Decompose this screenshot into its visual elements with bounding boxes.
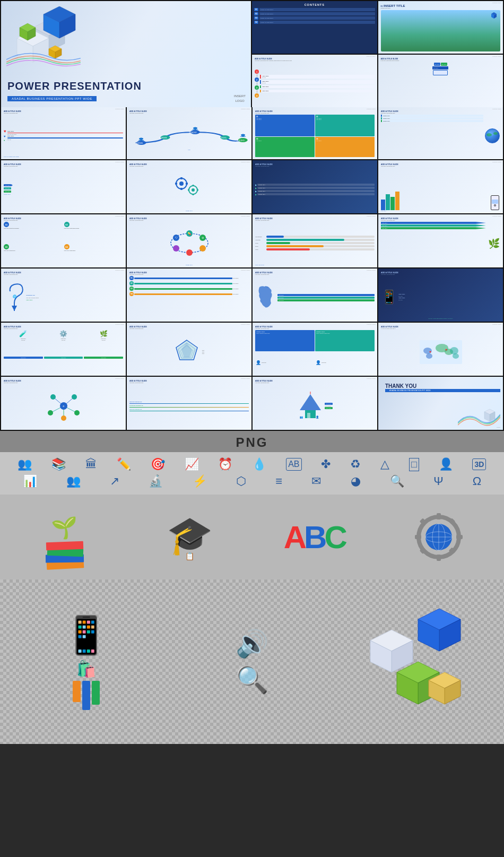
slide-percentage-bars[interactable]: ADD A TITLE SLIDE More than 1,000 pictur… [253,214,377,267]
row-7: ADD A TITLE SLIDE More than 1,000 pictur… [0,376,504,431]
slide-thank-you[interactable]: THANK YOU ASADAL BUSINESS PRESENTATION P… [378,377,503,430]
icon-row-1: 👥 📚 🏛 ✏️ 🎯 📈 ⏰ 💧 AB ✤ ♻ △ □ 👤 3D [8,457,496,471]
svg-text:👤: 👤 [137,137,145,141]
psi-icon: Ψ [433,474,443,488]
svg-rect-91 [437,513,441,520]
svg-rect-94 [456,535,463,539]
svg-text:👤: 👤 [316,415,319,419]
pencil-icon: ✏️ [117,457,131,471]
svg-point-48 [186,249,193,256]
abc-colorful-item: ABC [253,499,376,575]
slide-numbered-list[interactable]: ADD A TITLE SLIDE More than 1,000 pictur… [127,269,251,322]
triangle-icon: △ [380,457,389,471]
tablet-shopping-item: 📱 🛍️ [4,584,168,740]
drop-icon: 💧 [252,457,266,471]
chart-up-icon: 📈 [185,457,199,471]
slide-arrows-steps[interactable]: ADD A TITLE SLIDE More than 1,000 pictur… [253,107,377,159]
svg-point-38 [192,188,195,192]
insert-title-slide[interactable]: 01 INSERT TITLE subtitle text here PHOTO… [378,1,503,54]
row-6: ADD A TITLE SLIDE More than 1,000 pictur… [0,322,504,376]
main-title-slide[interactable]: POWER PRESENTATION ASADAL BUSINESS PRESE… [1,1,251,107]
slide-blue-arrows[interactable]: ADD A TITLE SLIDE More than 1,000 pictur… [253,160,377,213]
contents-slide[interactable]: CONTENTS 01 CLICK TO ADD TEXT 02 CLICK T… [252,1,377,54]
envelope-icon: ✉ [311,474,321,488]
svg-rect-40 [197,189,198,191]
slide-hearts[interactable]: ADD A TITLE SLIDE More than 1,000 pictur… [1,107,126,159]
omega-icon: Ω [473,474,481,488]
svg-point-62 [426,353,432,359]
svg-rect-36 [180,188,183,190]
book-stack-icon: 📚 [51,457,66,471]
slide-spiral-arrow[interactable]: ADD A TITLE SLIDE More than 1,000 pictur… [1,269,126,322]
svg-text:2002: 2002 [189,132,197,133]
slide-world-map[interactable]: ADD A TITLE SLIDE * CLICK TO ADD TITLE T… [378,323,503,376]
svg-point-77 [48,410,53,415]
row-5: ADD A TITLE SLIDE More than 1,000 pictur… [0,267,504,322]
row-2: ADD A TITLE SLIDE More than 1,000 pictur… [0,107,504,159]
svg-point-49 [173,245,179,252]
clock-icon: ⏰ [218,457,232,471]
svg-point-75 [50,394,56,400]
icon-row-2: 📊 👥 ↗ 🔬 ⚡ ⬡ ≡ ✉ ◕ 🔍 Ψ Ω [8,474,496,488]
slide-map-korea[interactable]: ADD A TITLE SLIDE More than 1,000 pictur… [253,269,377,322]
svg-point-61 [423,348,432,354]
slide-globe[interactable]: ADD A TITLE SLIDE More than 1,000 pictur… [378,107,503,159]
svg-rect-39 [188,189,189,191]
slide-speech[interactable]: ADD A TITLE SLIDE More than 1,000 pictur… [1,160,126,213]
monitor-chart-icon: 📊 [23,474,37,488]
svg-rect-33 [175,183,177,185]
flask-icon: 🔬 [149,474,163,488]
main-subtitle-bar: ASADAL BUSINESS PRESENTATION PPT WIDE [7,96,97,101]
showcase-row-1: 🌱 🎓 📋 ABC [0,495,504,579]
group-icon: 👥 [66,474,81,488]
png-section-header: PNG [0,431,504,452]
slide-tablet-hand[interactable]: ADD A TITLE SLIDE More than 1,000 pictur… [378,269,503,322]
svg-point-68 [445,349,447,350]
svg-rect-42 [192,194,194,195]
slide-wave-infograph[interactable]: ADD A TITLE SLIDE More than 1,000 pictur… [127,214,251,267]
svg-marker-59 [177,341,196,359]
target-icon: 🎯 [151,457,165,471]
svg-rect-34 [186,183,188,185]
slide-timeline[interactable]: ADD A TITLE SLIDE More than 1,000 pictur… [127,107,251,159]
3d-cubes-large-item [336,584,500,740]
slide-gears[interactable]: ADD A TITLE SLIDE More than 1,000 pictur… [127,160,251,213]
slide-triangle-house[interactable]: ADD A TITLE SLIDE More than 1,000 pictur… [253,377,377,430]
slide-add-text-2[interactable]: ADD A TITLE SLIDE More than 1,000 pictur… [378,55,503,107]
svg-point-47 [199,245,206,252]
slide-internet-lines[interactable]: ADD A TITLE SLIDE More than 1,000 pictur… [127,377,251,430]
building-icon: 🏛 [85,457,97,471]
search-icon: 🔍 [390,474,404,488]
slide-green-ribbons[interactable]: ADD A TITLE SLIDE More than 1,000 pictur… [378,214,503,267]
svg-point-78 [74,410,80,415]
slide-icons-row6[interactable]: ADD A TITLE SLIDE More than 1,000 pictur… [1,323,126,376]
svg-text:👥: 👥 [300,415,303,419]
slide-insert-text-boxes[interactable]: ADD A TITLE SLIDE More than 1,000 pictur… [253,323,377,376]
pie-icon: ◕ [351,474,361,488]
svg-text:2010: 2010 [237,140,245,141]
svg-point-65 [450,347,458,354]
3d-icon: 3D [472,458,486,470]
lines-icon: ≡ [275,474,282,488]
row-1: POWER PRESENTATION ASADAL BUSINESS PRESE… [0,0,504,107]
slide-pentagon[interactable]: ADD A TITLE SLIDE More than 1,000 pictur… [127,323,251,376]
svg-point-66 [453,353,459,359]
svg-text:1999: 1999 [159,137,167,138]
icons-area: 👥 📚 🏛 ✏️ 🎯 📈 ⏰ 💧 AB ✤ ♻ △ □ 👤 3D 📊 👥 ↗ 🔬… [0,452,504,495]
svg-point-76 [72,394,77,400]
flower-icon: ✤ [321,457,331,471]
row-4: ADD A TITLE SLIDE More than 1,000 pictur… [0,213,504,267]
slide-phone-bars[interactable]: ADD A TITLE SLIDE More than 1,000 pictur… [378,160,503,213]
svg-marker-53 [12,306,17,311]
recycle-icon: ♻ [350,457,361,471]
svg-rect-35 [180,177,183,179]
svg-point-79 [61,415,66,421]
svg-text:🛡: 🛡 [175,236,177,239]
slide-numbered-steps[interactable]: ADD A TITLE SLIDE More than 1,000 pictur… [1,214,126,267]
slide-network[interactable]: ADD A TITLE SLIDE More than 1,000 pictur… [1,377,126,430]
slide-add-text-1[interactable]: ADD A TITLE SLIDE More than 1,000 pictur… [252,55,377,107]
square-icon: □ [409,458,419,471]
png-label: PNG [0,435,504,450]
svg-point-32 [179,181,184,186]
svg-text:⚙: ⚙ [63,405,65,408]
